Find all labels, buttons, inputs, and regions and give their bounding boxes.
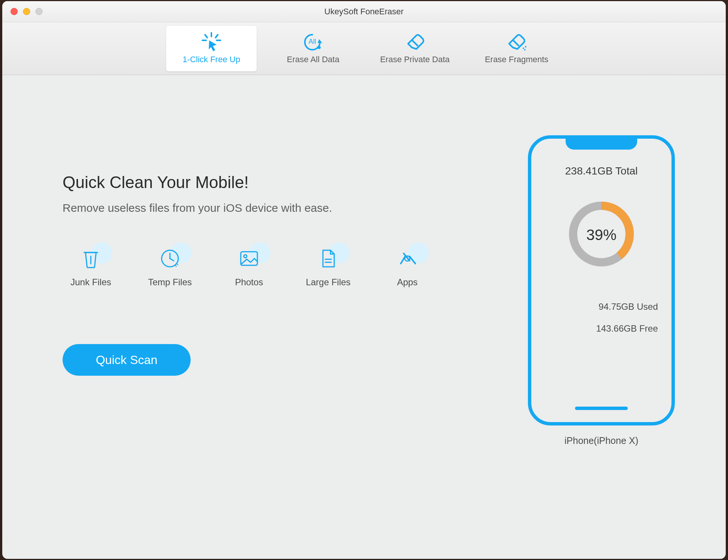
svg-line-8	[412, 40, 418, 46]
svg-line-9	[513, 40, 519, 46]
eraser-icon	[405, 33, 425, 51]
phone-notch	[566, 137, 637, 150]
svg-point-12	[524, 49, 526, 50]
page-heading: Quick Clean Your Mobile!	[63, 173, 511, 192]
category-label: Photos	[235, 277, 263, 288]
tabbar: 1-Click Free Up All Erase All Data Er	[2, 22, 726, 75]
tab-label: Erase Fragments	[485, 55, 549, 64]
tab-erase-fragments[interactable]: Erase Fragments	[471, 26, 562, 71]
category-large-files[interactable]: Large Files	[300, 248, 356, 288]
category-temp-files[interactable]: Temp Files	[142, 248, 198, 288]
svg-line-1	[205, 35, 207, 38]
clock-icon	[160, 248, 180, 269]
category-apps[interactable]: Apps	[379, 248, 436, 288]
svg-text:All: All	[309, 38, 316, 45]
window-controls	[2, 8, 43, 15]
category-label: Large Files	[306, 277, 351, 288]
svg-point-7	[318, 46, 321, 49]
category-label: Junk Files	[70, 277, 111, 288]
phone-outline: 238.41GB Total 39% 94.75GB Used 143.66GB…	[528, 135, 675, 425]
svg-line-17	[170, 259, 174, 261]
app-window: UkeySoft FoneEraser 1-Click Free Up	[2, 1, 726, 559]
app-title: UkeySoft FoneEraser	[324, 7, 404, 17]
tab-erase-private-data[interactable]: Erase Private Data	[370, 26, 460, 71]
svg-line-19	[175, 265, 176, 266]
minimize-window-button[interactable]	[23, 8, 30, 15]
main-panel: Quick Clean Your Mobile! Remove useless …	[63, 98, 511, 536]
document-icon	[318, 248, 338, 269]
titlebar: UkeySoft FoneEraser	[2, 1, 726, 22]
svg-point-10	[523, 47, 524, 49]
tab-1-click-free-up[interactable]: 1-Click Free Up	[166, 26, 257, 71]
storage-percent: 39%	[586, 226, 616, 243]
category-junk-files[interactable]: Junk Files	[63, 248, 119, 288]
device-panel: 238.41GB Total 39% 94.75GB Used 143.66GB…	[511, 98, 692, 536]
apps-icon	[397, 248, 418, 269]
device-name: iPhone(iPhone X)	[564, 435, 638, 446]
phone-homebar	[575, 407, 628, 410]
eraser-fragments-icon	[506, 33, 527, 51]
quick-scan-button[interactable]: Quick Scan	[63, 344, 191, 376]
svg-line-2	[216, 35, 218, 38]
erase-all-icon: All	[303, 33, 324, 51]
storage-used: 94.75GB Used	[531, 301, 671, 312]
tab-label: 1-Click Free Up	[183, 55, 240, 64]
category-row: Junk Files	[63, 248, 511, 288]
svg-marker-5	[318, 39, 322, 43]
tab-label: Erase All Data	[287, 55, 339, 64]
tab-label: Erase Private Data	[380, 55, 450, 64]
svg-line-18	[177, 264, 178, 265]
photo-icon	[239, 248, 259, 269]
category-label: Apps	[397, 277, 418, 288]
tab-erase-all-data[interactable]: All Erase All Data	[268, 26, 358, 71]
storage-total: 238.41GB Total	[565, 165, 638, 177]
category-label: Temp Files	[148, 277, 192, 288]
page-subheading: Remove useless files from your iOS devic…	[63, 202, 511, 214]
maximize-window-button[interactable]	[35, 8, 43, 15]
svg-point-11	[525, 46, 526, 47]
storage-donut: 39%	[566, 198, 637, 271]
close-window-button[interactable]	[11, 8, 18, 15]
category-photos[interactable]: Photos	[221, 248, 277, 288]
cursor-spark-icon	[200, 33, 223, 51]
trash-icon	[81, 248, 101, 269]
content-area: Quick Clean Your Mobile! Remove useless …	[2, 75, 726, 559]
storage-free: 143.66GB Free	[531, 323, 671, 334]
svg-point-21	[244, 255, 247, 258]
